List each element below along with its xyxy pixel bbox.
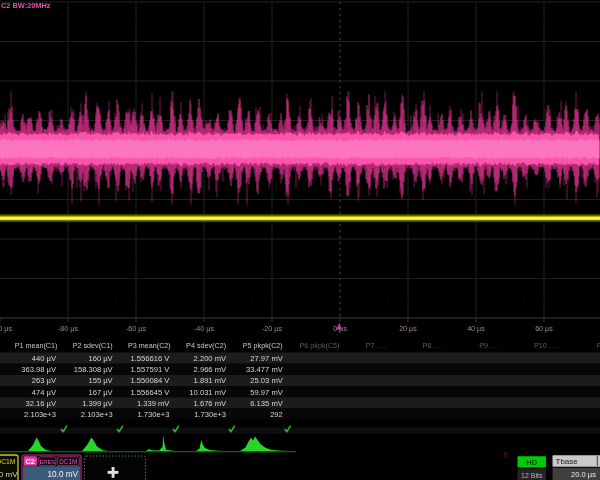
svg-text:2.103e+3: 2.103e+3 — [81, 410, 113, 419]
svg-text:158.308 µV: 158.308 µV — [74, 365, 114, 374]
svg-text:P7 . . .: P7 . . . — [366, 341, 387, 350]
svg-text:440 µV: 440 µV — [32, 354, 57, 363]
svg-text:Tbase: Tbase — [556, 457, 579, 466]
svg-text:12 Bits: 12 Bits — [521, 472, 543, 479]
svg-text:1.676 mV: 1.676 mV — [194, 399, 227, 408]
svg-text:1.891 mV: 1.891 mV — [194, 376, 227, 385]
svg-text:P8 . . .: P8 . . . — [423, 341, 444, 350]
svg-text:1.730e+3: 1.730e+3 — [194, 410, 226, 419]
svg-text:33.477 mV: 33.477 mV — [246, 365, 284, 374]
svg-text:-20 µs: -20 µs — [262, 324, 283, 333]
svg-text:1.730e+3: 1.730e+3 — [138, 410, 170, 419]
svg-text:0 µs: 0 µs — [333, 324, 347, 333]
svg-text:P6 pkpk(C5): P6 pkpk(C5) — [300, 341, 340, 350]
svg-text:1.399 µV: 1.399 µV — [82, 399, 113, 408]
svg-text:P1 mean(C1): P1 mean(C1) — [15, 341, 58, 350]
svg-text:-60 µs: -60 µs — [126, 324, 147, 333]
svg-text:ERES: ERES — [39, 459, 55, 465]
svg-text:P4 sdev(C2): P4 sdev(C2) — [186, 341, 226, 350]
svg-text:HD: HD — [526, 458, 537, 467]
svg-text:-40 µs: -40 µs — [194, 324, 215, 333]
svg-text:0 mV: 0 mV — [0, 470, 18, 479]
svg-text:P9 . . .: P9 . . . — [479, 341, 500, 350]
svg-text:C2: C2 — [25, 457, 34, 466]
svg-text:P5 pkpk(C2): P5 pkpk(C2) — [243, 341, 283, 350]
svg-text:6.135 mV: 6.135 mV — [250, 399, 283, 408]
svg-text:10.031 mV: 10.031 mV — [189, 388, 227, 397]
svg-text:P10 . . .: P10 . . . — [534, 341, 559, 350]
svg-text:27.97 mV: 27.97 mV — [250, 354, 283, 363]
svg-text:P3 mean(C2): P3 mean(C2) — [128, 341, 171, 350]
svg-text:160 µV: 160 µV — [88, 354, 113, 363]
svg-text:167 µV: 167 µV — [88, 388, 113, 397]
svg-text:474 µV: 474 µV — [32, 388, 57, 397]
svg-text:1.557591 V: 1.557591 V — [131, 365, 171, 374]
svg-text:59.97 mV: 59.97 mV — [250, 388, 283, 397]
svg-text:2.966 mV: 2.966 mV — [194, 365, 227, 374]
svg-text:263 µV: 263 µV — [32, 376, 57, 385]
svg-text:1.550084 V: 1.550084 V — [131, 376, 171, 385]
svg-text:155 µV: 155 µV — [88, 376, 113, 385]
svg-text:20 µs: 20 µs — [399, 324, 417, 333]
svg-text:32.16 µV: 32.16 µV — [25, 399, 56, 408]
svg-text:DC1M: DC1M — [59, 458, 77, 465]
svg-text:1.556645 V: 1.556645 V — [131, 388, 171, 397]
svg-text:P2 sdev(C1): P2 sdev(C1) — [73, 341, 113, 350]
svg-text:1.339 mV: 1.339 mV — [137, 399, 170, 408]
svg-text:-100 µs: -100 µs — [0, 324, 12, 333]
svg-text:1.556616 V: 1.556616 V — [131, 354, 171, 363]
svg-text:20.0 µs: 20.0 µs — [571, 470, 596, 479]
svg-text:-80 µs: -80 µs — [58, 324, 79, 333]
svg-text:25.03 mV: 25.03 mV — [250, 376, 283, 385]
svg-text:60 µs: 60 µs — [535, 324, 553, 333]
svg-text:10.0 mV: 10.0 mV — [48, 470, 79, 479]
svg-text:2.103e+3: 2.103e+3 — [24, 410, 56, 419]
svg-text:2.200 mV: 2.200 mV — [194, 354, 227, 363]
svg-text:C2 BW:20MHz: C2 BW:20MHz — [1, 1, 51, 10]
svg-text:40 µs: 40 µs — [467, 324, 485, 333]
svg-text:363.98 µV: 363.98 µV — [21, 365, 57, 374]
svg-text:DC1M: DC1M — [0, 458, 16, 465]
svg-text:292: 292 — [270, 410, 283, 419]
